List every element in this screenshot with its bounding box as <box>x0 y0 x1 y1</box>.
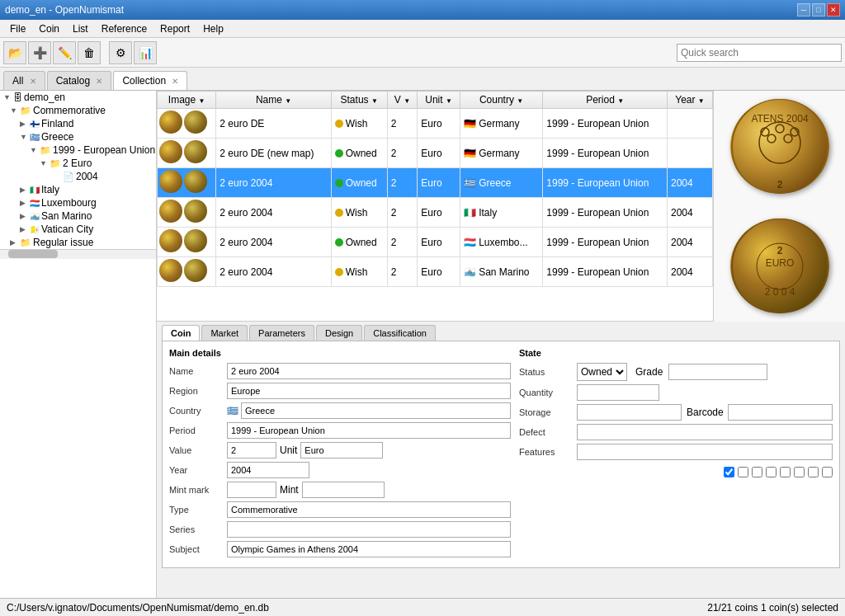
tab-parameters[interactable]: Parameters <box>249 325 314 341</box>
maximize-button[interactable]: □ <box>812 3 825 16</box>
tab-catalog-close[interactable]: ✕ <box>96 77 102 86</box>
table-row[interactable]: 2 euro DE (new map)Owned2Euro🇩🇪 Germany1… <box>158 139 713 168</box>
unit-input[interactable] <box>300 442 383 458</box>
tab-collection-close[interactable]: ✕ <box>172 77 178 86</box>
close-button[interactable]: ✕ <box>827 3 840 16</box>
checkbox-3[interactable] <box>752 467 762 477</box>
storage-input[interactable] <box>577 404 682 421</box>
col-year[interactable]: Year ▼ <box>668 92 713 109</box>
tab-market[interactable]: Market <box>201 325 248 341</box>
subject-input[interactable] <box>227 541 511 557</box>
sidebar-item-2euro[interactable]: ▼ 📁 2 Euro <box>0 157 156 170</box>
features-input[interactable] <box>577 444 833 460</box>
checkbox-1[interactable] <box>724 467 734 477</box>
grade-input[interactable] <box>668 364 767 380</box>
minimize-button[interactable]: ─ <box>797 3 810 16</box>
sidebar-item-finland[interactable]: ▶ 🇫🇮 Finland <box>0 117 156 130</box>
tab-coin[interactable]: Coin <box>162 325 200 341</box>
quantity-label: Quantity <box>519 388 577 397</box>
checkbox-4[interactable] <box>766 467 777 477</box>
sidebar-item-regularissue[interactable]: ▶ 📁 Regular issue <box>0 236 156 249</box>
menu-help[interactable]: Help <box>196 21 230 36</box>
statusbar-count: 21/21 coins 1 coin(s) selected <box>707 602 838 614</box>
settings-button[interactable]: ⚙ <box>109 41 132 64</box>
storage-label: Storage <box>519 407 577 417</box>
menu-coin[interactable]: Coin <box>32 21 66 36</box>
main-details-title: Main details <box>169 348 511 358</box>
add-button[interactable]: ➕ <box>28 41 51 64</box>
tab-classification[interactable]: Classification <box>364 325 436 341</box>
series-label: Series <box>169 524 227 534</box>
tab-all[interactable]: All ✕ <box>3 71 45 90</box>
edit-button[interactable]: ✏️ <box>53 41 76 64</box>
sidebar-item-italy[interactable]: ▶ 🇮🇹 Italy <box>0 183 156 196</box>
features-label: Features <box>519 447 577 457</box>
country-label: Country <box>169 406 227 416</box>
coin-preview-panel: ATENS 2004 2 <box>713 91 845 322</box>
sidebar-item-greece[interactable]: ▼ 🇬🇷 Greece <box>0 130 156 143</box>
tab-all-close[interactable]: ✕ <box>30 77 36 86</box>
search-input[interactable] <box>677 44 842 62</box>
menu-reference[interactable]: Reference <box>95 21 153 36</box>
sidebar-item-luxembourg[interactable]: ▶ 🇱🇺 Luxembourg <box>0 196 156 209</box>
type-label: Type <box>169 505 227 515</box>
col-period[interactable]: Period ▼ <box>543 92 668 109</box>
chart-button[interactable]: 📊 <box>134 41 157 64</box>
statusbar: C:/Users/v.ignatov/Documents/OpenNumisma… <box>0 598 845 616</box>
table-row[interactable]: 2 euro 2004Wish2Euro🇮🇹 Italy1999 - Europ… <box>158 198 713 228</box>
menu-file[interactable]: File <box>3 21 32 36</box>
country-input[interactable] <box>241 402 511 419</box>
state-col: State Status Owned Wish Grade Quantity <box>519 348 833 561</box>
state-title: State <box>519 348 833 358</box>
checkbox-7[interactable] <box>808 467 819 477</box>
table-row[interactable]: 2 euro 2004Wish2Euro🇸🇲 San Marino1999 - … <box>158 257 713 287</box>
titlebar-title: demo_en - OpenNumismat <box>5 4 124 16</box>
period-input[interactable] <box>227 422 511 439</box>
name-input[interactable] <box>227 363 511 379</box>
type-input[interactable] <box>227 501 511 518</box>
menu-list[interactable]: List <box>66 21 95 36</box>
sidebar-item-2004[interactable]: ▶ 📄 2004 <box>0 170 156 183</box>
col-unit[interactable]: Unit ▼ <box>418 92 460 109</box>
mint-input[interactable] <box>302 482 385 498</box>
defect-input[interactable] <box>577 424 833 440</box>
sidebar-item-demo-en[interactable]: ▼ 🗄 demo_en <box>0 91 156 104</box>
barcode-input[interactable] <box>728 404 833 421</box>
menu-report[interactable]: Report <box>153 21 196 36</box>
delete-button[interactable]: 🗑 <box>78 41 101 64</box>
open-button[interactable]: 📂 <box>3 41 26 64</box>
sidebar-item-sanmarino[interactable]: ▶ 🇸🇲 San Marino <box>0 209 156 223</box>
table-row[interactable]: 2 euro 2004Owned2Euro🇱🇺 Luxembo...1999 -… <box>158 228 713 257</box>
tab-catalog[interactable]: Catalog ✕ <box>47 71 112 90</box>
col-v[interactable]: V ▼ <box>387 92 418 109</box>
top-tabs-row: All ✕ Catalog ✕ Collection ✕ <box>0 68 845 91</box>
svg-text:2: 2 <box>777 245 782 256</box>
quantity-input[interactable] <box>577 384 659 401</box>
year-input[interactable] <box>227 462 309 478</box>
col-name[interactable]: Name ▼ <box>216 92 331 109</box>
svg-text:2 0 0 4: 2 0 0 4 <box>764 286 795 298</box>
sidebar-item-1999eu[interactable]: ▼ 📁 1999 - European Union <box>0 143 156 157</box>
sidebar-item-commemorative[interactable]: ▼ 📁 Commemorative <box>0 104 156 117</box>
grade-label: Grade <box>635 366 668 378</box>
region-input[interactable] <box>227 383 511 399</box>
svg-text:2: 2 <box>777 179 782 190</box>
table-row[interactable]: 2 euro DEWish2Euro🇩🇪 Germany1999 - Europ… <box>158 109 713 139</box>
table-row[interactable]: 2 euro 2004Owned2Euro🇬🇷 Greece1999 - Eur… <box>158 168 713 198</box>
tab-design[interactable]: Design <box>316 325 362 341</box>
barcode-label: Barcode <box>687 407 728 418</box>
checkbox-6[interactable] <box>794 467 805 477</box>
series-input[interactable] <box>227 521 511 538</box>
value-input[interactable] <box>227 442 276 458</box>
mint-mark-label: Mint mark <box>169 485 227 495</box>
checkbox-2[interactable] <box>738 467 748 477</box>
checkbox-5[interactable] <box>780 467 791 477</box>
col-status[interactable]: Status ▼ <box>331 92 387 109</box>
status-select[interactable]: Owned Wish <box>577 363 627 381</box>
mint-mark-input[interactable] <box>227 482 276 498</box>
col-country[interactable]: Country ▼ <box>460 92 542 109</box>
checkbox-8[interactable] <box>822 467 833 477</box>
sidebar-item-vaticancity[interactable]: ▶ 🇻🇦 Vatican City <box>0 223 156 236</box>
col-image[interactable]: Image ▼ <box>158 92 216 109</box>
tab-collection[interactable]: Collection ✕ <box>113 71 187 90</box>
